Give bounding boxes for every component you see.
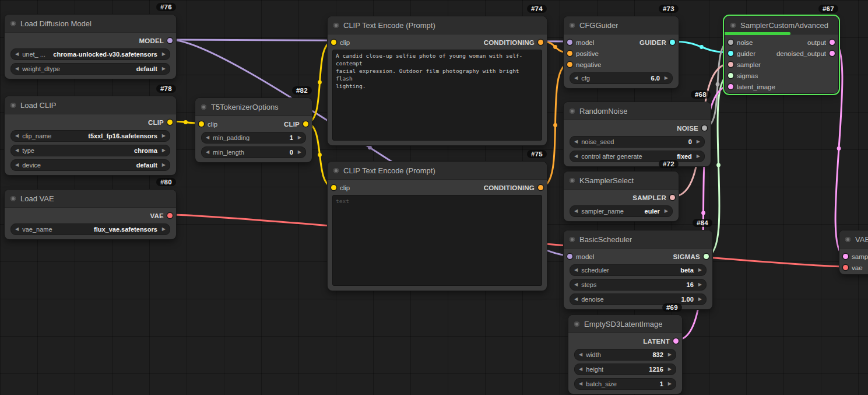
widget-value[interactable]: chroma-unlocked-v30.safetensors <box>53 51 159 58</box>
output-slot-latent[interactable] <box>673 338 679 344</box>
widget-min-padding[interactable]: ◀min_padding1▶ <box>201 132 306 144</box>
combo-right-arrow-icon[interactable]: ▶ <box>162 227 166 232</box>
node-68-randomnoise[interactable]: #68RandomNoiseNOISE◀noise_seed0▶◀control… <box>564 102 711 166</box>
combo-left-arrow-icon[interactable]: ◀ <box>579 382 582 386</box>
collapse-dot[interactable] <box>10 103 16 108</box>
combo-right-arrow-icon[interactable]: ▶ <box>697 154 700 159</box>
widget-value[interactable]: 1216 <box>649 366 664 373</box>
output-slot-denoised-output[interactable] <box>830 51 835 56</box>
combo-left-arrow-icon[interactable]: ◀ <box>574 282 578 287</box>
widget-value[interactable]: 1.00 <box>681 296 694 303</box>
input-slot-positive[interactable] <box>567 51 572 56</box>
combo-right-arrow-icon[interactable]: ▶ <box>668 382 672 386</box>
input-slot-negative[interactable] <box>567 62 572 67</box>
node-title-bar[interactable]: Load VAE <box>5 190 176 208</box>
widget-weight-dtype[interactable]: ◀weight_dtypedefault▶ <box>10 63 170 75</box>
widget-value[interactable]: 1 <box>660 380 665 387</box>
widget-denoise[interactable]: ◀denoise1.00▶ <box>570 293 707 305</box>
input-slot-clip[interactable] <box>331 185 336 190</box>
combo-left-arrow-icon[interactable]: ◀ <box>15 134 19 138</box>
collapse-dot[interactable] <box>10 196 16 201</box>
node-75-clip-text-encode-prompt[interactable]: #75CLIP Text Encode (Prompt)clipCONDITIO… <box>328 162 547 291</box>
input-slot-guider[interactable] <box>728 51 733 56</box>
collapse-dot[interactable] <box>570 237 575 242</box>
input-slot-sampler[interactable] <box>728 62 733 67</box>
combo-left-arrow-icon[interactable]: ◀ <box>15 148 19 153</box>
collapse-dot[interactable] <box>574 321 579 327</box>
combo-left-arrow-icon[interactable]: ◀ <box>15 227 19 232</box>
widget-noise-seed[interactable]: ◀noise_seed0▶ <box>570 136 705 148</box>
widget-scheduler[interactable]: ◀schedulerbeta▶ <box>570 264 707 276</box>
node-title-bar[interactable]: BasicScheduler <box>564 230 712 249</box>
input-slot-noise[interactable] <box>728 40 733 45</box>
node-title-bar[interactable]: VAE Decode <box>839 230 868 249</box>
combo-left-arrow-icon[interactable]: ◀ <box>574 268 578 272</box>
output-slot-guider[interactable] <box>670 40 675 45</box>
combo-left-arrow-icon[interactable]: ◀ <box>579 367 582 372</box>
widget-device[interactable]: ◀devicedefault▶ <box>10 159 170 171</box>
widget-value[interactable]: flux_vae.safetensors <box>94 226 159 233</box>
widget-cfg[interactable]: ◀cfg6.0▶ <box>570 72 673 84</box>
combo-left-arrow-icon[interactable]: ◀ <box>579 352 582 357</box>
combo-right-arrow-icon[interactable]: ▶ <box>668 367 672 372</box>
prompt-textarea[interactable]: text <box>332 195 542 286</box>
widget-type[interactable]: ◀typechroma▶ <box>10 145 170 156</box>
widget-value[interactable]: 0 <box>688 138 693 145</box>
node-title-bar[interactable]: EmptySD3LatentImage <box>568 315 682 333</box>
input-slot-model[interactable] <box>567 40 572 45</box>
combo-left-arrow-icon[interactable]: ◀ <box>574 139 578 144</box>
output-slot-output[interactable] <box>830 40 835 45</box>
node-80-load-vae[interactable]: #80Load VAEVAE◀vae_nameflux_vae.safetens… <box>5 190 176 239</box>
node-title-bar[interactable]: CLIP Text Encode (Prompt) <box>328 16 547 34</box>
combo-right-arrow-icon[interactable]: ▶ <box>698 282 702 287</box>
input-slot-sigmas[interactable] <box>728 73 733 78</box>
combo-right-arrow-icon[interactable]: ▶ <box>162 52 166 57</box>
widget-value[interactable]: default <box>136 65 159 72</box>
widget-sampler-name[interactable]: ◀sampler_nameeuler▶ <box>570 205 673 217</box>
combo-left-arrow-icon[interactable]: ◀ <box>15 163 19 167</box>
node-title-bar[interactable]: KSamplerSelect <box>564 172 679 190</box>
input-slot-clip[interactable] <box>199 121 204 127</box>
collapse-dot[interactable] <box>570 23 575 28</box>
node-title-bar[interactable]: T5TokenizerOptions <box>195 98 312 116</box>
input-slot-samples[interactable] <box>843 254 848 259</box>
combo-right-arrow-icon[interactable]: ▶ <box>162 163 166 167</box>
node-67-samplercustomadvanced[interactable]: #67SamplerCustomAdvancednoiseoutputguide… <box>725 16 838 93</box>
output-slot-clip[interactable] <box>303 121 308 127</box>
widget-min-length[interactable]: ◀min_length0▶ <box>201 146 306 158</box>
combo-left-arrow-icon[interactable]: ◀ <box>574 76 578 81</box>
combo-right-arrow-icon[interactable]: ▶ <box>298 150 301 155</box>
widget-value[interactable]: 6.0 <box>651 75 661 82</box>
collapse-dot[interactable] <box>730 23 736 28</box>
node-title-bar[interactable]: Load Diffusion Model <box>5 15 176 33</box>
combo-left-arrow-icon[interactable]: ◀ <box>574 209 578 214</box>
combo-left-arrow-icon[interactable]: ◀ <box>574 154 578 159</box>
node-73-cfgguider[interactable]: #73CFGGuidermodelGUIDERpositivenegative◀… <box>564 16 679 88</box>
prompt-textarea[interactable]: A candid close-up selfie photo of young … <box>332 50 542 141</box>
node-vae-decode[interactable]: VAE Decodesamplesvae <box>839 230 868 274</box>
collapse-dot[interactable] <box>570 178 575 183</box>
combo-right-arrow-icon[interactable]: ▶ <box>298 135 301 140</box>
node-title-bar[interactable]: Load CLIP <box>5 96 176 114</box>
input-slot-clip[interactable] <box>331 40 336 45</box>
output-slot-conditioning[interactable] <box>538 185 543 190</box>
widget-value[interactable]: beta <box>680 267 695 274</box>
collapse-dot[interactable] <box>10 21 16 26</box>
combo-left-arrow-icon[interactable]: ◀ <box>15 52 19 57</box>
combo-right-arrow-icon[interactable]: ▶ <box>697 139 700 144</box>
combo-left-arrow-icon[interactable]: ◀ <box>574 297 578 302</box>
input-slot-vae[interactable] <box>843 265 848 270</box>
widget-steps[interactable]: ◀steps16▶ <box>570 279 707 291</box>
output-slot-sampler[interactable] <box>670 195 675 200</box>
widget-value[interactable]: 16 <box>687 281 695 288</box>
node-title-bar[interactable]: RandomNoise <box>564 102 711 120</box>
graph-canvas[interactable]: #76Load Diffusion ModelMODEL◀unet_ ...ch… <box>0 0 868 395</box>
collapse-dot[interactable] <box>845 237 851 242</box>
combo-right-arrow-icon[interactable]: ▶ <box>162 67 166 71</box>
node-76-load-diffusion-model[interactable]: #76Load Diffusion ModelMODEL◀unet_ ...ch… <box>5 15 176 79</box>
widget-batch-size[interactable]: ◀batch_size1▶ <box>574 378 676 390</box>
combo-left-arrow-icon[interactable]: ◀ <box>206 150 209 155</box>
widget-value[interactable]: t5xxl_fp16.safetensors <box>88 132 159 139</box>
widget-value[interactable]: 1 <box>290 134 294 141</box>
widget-value[interactable]: 0 <box>290 149 294 156</box>
